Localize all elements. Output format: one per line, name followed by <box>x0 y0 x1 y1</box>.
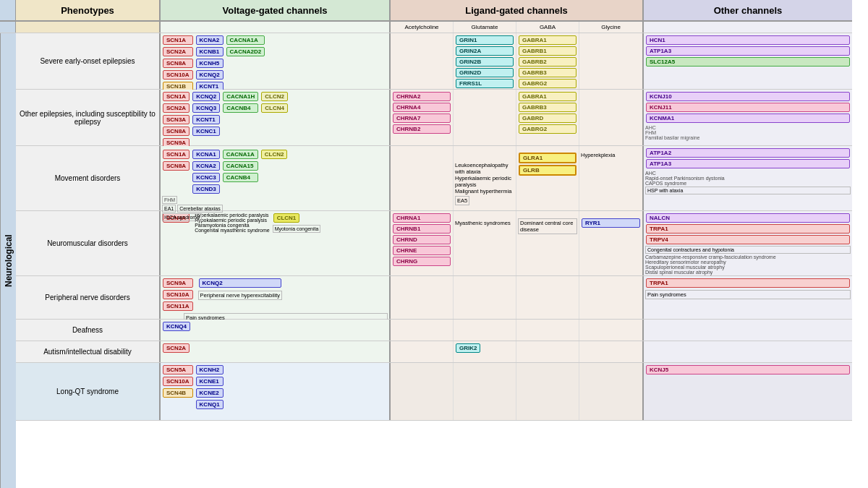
gene-CACNA2D2-s1: CACNA2D2 <box>226 47 265 56</box>
gene-KCNQ2-o: KCNQ2 <box>192 92 220 101</box>
row-peripheral: Peripheral nerve disorders SCN9A SCN10A … <box>16 276 852 320</box>
gene-TRPV4-nm: TRPV4 <box>646 235 850 244</box>
gene-CACNB4-m: CACNB4 <box>223 173 258 182</box>
gene-CLCN2-o: CLCN2 <box>261 92 288 101</box>
ligand-glut-autism: GRIK2 <box>454 341 516 362</box>
gene-CHRNA1-nm: CHRNA1 <box>393 213 451 223</box>
ligand-glut-other-ep <box>454 90 516 145</box>
ligand-ach-deafness <box>391 320 454 341</box>
gene-KCNT1-o: KCNT1 <box>192 115 220 124</box>
gene-KCNQ3-o: KCNQ3 <box>192 103 220 113</box>
ligand-glut-longqt <box>454 363 516 420</box>
other-severe: HCN1 ATP1A3 SLC12A5 <box>644 33 852 89</box>
ligand-ach-severe <box>391 33 454 89</box>
ligand-glut-deafness <box>454 320 516 341</box>
ligand-glut-neuromusc: Myasthenic syndromes <box>454 211 516 275</box>
gene-ATP1A3-m: ATP1A3 <box>646 159 850 168</box>
phenotype-movement: Movement disorders <box>16 146 161 210</box>
gene-GABRB3-s1: GABRB3 <box>519 68 576 77</box>
gene-GLRB-m: GLRB <box>519 165 576 176</box>
main-container: Phenotypes Voltage-gated channels Ligand… <box>0 0 868 488</box>
voltage-deafness: KCNQ4 <box>161 320 391 341</box>
gene-SCN11A-p: SCN11A <box>163 301 193 311</box>
gene-KCNJ5-lqt: KCNJ5 <box>646 365 850 374</box>
header-voltage: Voltage-gated channels <box>161 0 391 20</box>
subheader-glycine: Glycine <box>579 22 644 33</box>
gene-GRIK2-a: GRIK2 <box>456 343 480 353</box>
gene-CHRNA2-o: CHRNA2 <box>393 92 451 101</box>
voltage-other-ep: SCN1A SCN2A SCN3A SCN8A SCN9A SCN1B KCNQ… <box>161 90 391 145</box>
subheader-gaba: GABA <box>516 22 579 33</box>
row-deafness: Deafness KCNQ4 <box>16 320 852 341</box>
header-other: Other channels <box>644 0 852 20</box>
gene-SCN8A-s1: SCN8A <box>163 59 193 68</box>
gene-KCNH5-s1: KCNH5 <box>196 59 224 68</box>
phenotype-peripheral: Peripheral nerve disorders <box>16 276 161 319</box>
gene-SCN1A-o: SCN1A <box>163 92 190 101</box>
gene-SCN10A-lqt: SCN10A <box>163 377 193 386</box>
ligand-ach-neuromusc: CHRNA1 CHRNB1 CHRND CHRNE CHRNG <box>391 211 454 275</box>
ligand-gly-autism <box>579 341 644 362</box>
voltage-severe: SCN1A SCN2A SCN8A SCN10A SCN1B KCNA2 KCN… <box>161 33 391 89</box>
row-movement: Movement disorders SCN1A SCN8A KCNA1 KCN… <box>16 146 852 211</box>
gene-CHRNB2-o: CHRNB2 <box>393 124 451 134</box>
phenotype-deafness: Deafness <box>16 320 161 341</box>
gene-GABRB3-o: GABRB3 <box>519 103 576 112</box>
ligand-ach-longqt <box>391 363 454 420</box>
gene-CACNA15-m: CACNA15 <box>223 161 258 171</box>
gene-GRIN2B-s1: GRIN2B <box>456 57 514 67</box>
subheader-acetylcholine: Acetylcholine <box>391 22 454 33</box>
phenotype-longqt: Long-QT syndrome <box>16 363 161 420</box>
ligand-gaba-autism <box>516 341 579 362</box>
ligand-gly-other-ep <box>579 90 644 145</box>
ligand-glut-movement: Leukoencephalopathy with ataxia Hyperkal… <box>454 146 516 210</box>
gene-CACNA1A-m: CACNA1A <box>223 150 258 159</box>
gene-CHRNE-nm: CHRNE <box>393 246 451 255</box>
gene-SLC12A5-s1: SLC12A5 <box>646 57 850 67</box>
gene-CLCN2-m: CLCN2 <box>261 150 288 159</box>
ligand-gaba-movement: GLRA1 GLRB <box>516 146 579 210</box>
gene-KCNQ4-d: KCNQ4 <box>163 322 190 331</box>
gene-TRPA1-p: TRPA1 <box>646 278 850 288</box>
gene-GABRG2-o: GABRG2 <box>519 124 576 134</box>
gene-KCNA1-m: KCNA1 <box>192 150 220 159</box>
phenotype-severe-epilepsies: Severe early-onset epilepsies <box>16 33 161 89</box>
gene-CHRNA4-o: CHRNA4 <box>393 103 451 112</box>
other-deafness <box>644 320 852 341</box>
ligand-gaba-neuromusc: Dominant central core disease <box>516 211 579 275</box>
ligand-ach-other-ep: CHRNA2 CHRNA4 CHRNA7 CHRNB2 <box>391 90 454 145</box>
gene-GRIN2A-s1: GRIN2A <box>456 46 514 56</box>
ligand-gaba-peripheral <box>516 276 579 319</box>
gene-FRRS1L-s1: FRRS1L <box>456 79 514 88</box>
voltage-movement: SCN1A SCN8A KCNA1 KCNA2 KCNC3 KCND3 CACN… <box>161 146 391 210</box>
header-phenotypes: Phenotypes <box>16 0 161 20</box>
gene-SCN8A-m: SCN8A <box>163 161 190 171</box>
gene-GABRB1-s1: GABRB1 <box>519 46 576 56</box>
gene-SCN4B-lqt: SCN4B <box>163 388 193 398</box>
gene-SCN5A-lqt: SCN5A <box>163 365 193 374</box>
ligand-gaba-other-ep: GABRA1 GABRB3 GABRD GABRG2 <box>516 90 579 145</box>
ligand-glut-severe: GRIN1 GRIN2A GRIN2B GRIN2D FRRS1L <box>454 33 516 89</box>
gene-SCN3A-o: SCN3A <box>163 115 190 124</box>
gene-SCN8A-o: SCN8A <box>163 127 190 136</box>
gene-GABRB2-s1: GABRB2 <box>519 57 576 67</box>
other-autism <box>644 341 852 362</box>
ligand-gaba-longqt <box>516 363 579 420</box>
gene-KCNA2-m: KCNA2 <box>192 161 220 171</box>
gene-HCN1-s1: HCN1 <box>646 35 850 45</box>
gene-SCN1A-s1: SCN1A <box>163 35 193 45</box>
gene-GLRA1-m: GLRA1 <box>519 153 576 163</box>
other-other-ep: KCNJ10 KCNJ11 KCNMA1 AHC FHM Familial ba… <box>644 90 852 145</box>
ligand-ach-movement <box>391 146 454 210</box>
gene-GABRD-o: GABRD <box>519 114 576 123</box>
gene-KCNE1-lqt: KCNE1 <box>196 377 224 386</box>
neurological-label: Neurological <box>0 33 16 488</box>
ligand-gaba-deafness <box>516 320 579 341</box>
gene-CHRNG-nm: CHRNG <box>393 257 451 266</box>
voltage-longqt: SCN5A SCN10A SCN4B KCNH2 KCNE1 KCNE2 KCN… <box>161 363 391 420</box>
gene-KCNE2-lqt: KCNE2 <box>196 388 224 398</box>
subheader-glutamate: Glutamate <box>454 22 516 33</box>
gene-KCNB1-s1: KCNB1 <box>196 47 224 56</box>
gene-GRIN1-s1: GRIN1 <box>456 35 514 45</box>
gene-KCNQ1-lqt: KCNQ1 <box>196 400 224 409</box>
